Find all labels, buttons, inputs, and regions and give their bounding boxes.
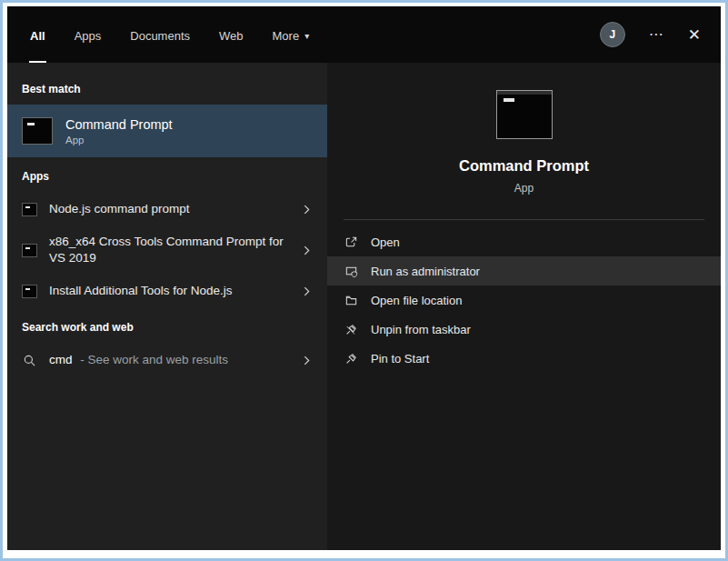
action-label: Open file location xyxy=(371,294,462,307)
search-body: Best match Command Prompt App Apps Node.… xyxy=(7,63,721,550)
tab-all[interactable]: All xyxy=(29,7,46,63)
chevron-right-icon[interactable] xyxy=(296,199,316,219)
best-match-header: Best match xyxy=(7,70,327,105)
results-column: Best match Command Prompt App Apps Node.… xyxy=(7,63,327,550)
tab-more[interactable]: More ▾ xyxy=(272,7,311,63)
search-window-frame: All Apps Documents Web More ▾ J ⋯ ✕ Best… xyxy=(0,0,728,561)
section-best-match: Best match Command Prompt App xyxy=(7,70,327,157)
more-options-icon[interactable]: ⋯ xyxy=(649,27,664,42)
best-match-text: Command Prompt App xyxy=(65,117,173,145)
search-work-web-header: Search work and web xyxy=(7,308,327,343)
preview-app-title: Command Prompt xyxy=(459,157,589,175)
result-title: Install Additional Tools for Node.js xyxy=(49,283,284,299)
result-x86-x64-cross-tools[interactable]: x86_x64 Cross Tools Command Prompt for V… xyxy=(7,226,327,274)
divider xyxy=(344,219,704,220)
detail-column: Command Prompt App Open xyxy=(327,63,721,550)
apps-header: Apps xyxy=(7,157,327,192)
topbar-controls: J ⋯ ✕ xyxy=(600,22,701,47)
command-prompt-icon xyxy=(22,244,37,257)
command-prompt-icon xyxy=(22,203,37,216)
windows-search-panel: All Apps Documents Web More ▾ J ⋯ ✕ Best… xyxy=(7,6,721,550)
chevron-right-icon[interactable] xyxy=(296,281,316,301)
action-list: Open Run as administrator Open file loca… xyxy=(327,227,721,373)
chevron-right-icon[interactable] xyxy=(296,240,316,260)
tab-more-label: More xyxy=(273,29,300,43)
action-open-file-location[interactable]: Open file location xyxy=(327,286,721,315)
app-preview: Command Prompt App xyxy=(327,63,721,195)
result-nodejs-command-prompt[interactable]: Node.js command prompt xyxy=(7,192,327,226)
result-web-search-cmd[interactable]: cmd - See work and web results xyxy=(7,343,327,377)
action-label: Pin to Start xyxy=(371,352,429,366)
action-label: Open xyxy=(371,235,400,249)
tab-documents[interactable]: Documents xyxy=(129,7,191,63)
run-as-admin-icon xyxy=(344,264,358,278)
result-subtitle: App xyxy=(65,135,173,145)
result-title: Command Prompt xyxy=(65,117,173,132)
section-apps: Apps Node.js command prompt x86_x64 Cros… xyxy=(7,157,327,308)
caret-down-icon: ▾ xyxy=(304,31,309,41)
action-open[interactable]: Open xyxy=(327,227,721,256)
tab-apps[interactable]: Apps xyxy=(74,7,103,63)
result-install-additional-tools[interactable]: Install Additional Tools for Node.js xyxy=(7,274,327,308)
action-label: Unpin from taskbar xyxy=(371,323,471,336)
pin-icon xyxy=(344,351,358,366)
open-icon xyxy=(344,235,358,249)
command-prompt-icon xyxy=(22,285,37,298)
action-unpin-from-taskbar[interactable]: Unpin from taskbar xyxy=(327,315,721,344)
user-avatar[interactable]: J xyxy=(600,22,625,47)
result-title: x86_x64 Cross Tools Command Prompt for V… xyxy=(49,234,284,266)
open-file-location-icon xyxy=(344,293,358,307)
action-pin-to-start[interactable]: Pin to Start xyxy=(327,344,721,373)
search-icon xyxy=(22,354,37,367)
result-title: Node.js command prompt xyxy=(49,201,284,217)
command-prompt-icon-large xyxy=(496,90,553,139)
section-search-work-and-web: Search work and web cmd - See work and w… xyxy=(7,308,327,377)
action-label: Run as administrator xyxy=(371,265,480,278)
search-filter-tabs: All Apps Documents Web More ▾ xyxy=(29,6,310,63)
search-query: cmd xyxy=(49,353,73,366)
preview-app-subtitle: App xyxy=(514,182,534,195)
close-icon[interactable]: ✕ xyxy=(688,27,701,43)
action-run-as-administrator[interactable]: Run as administrator xyxy=(327,256,721,286)
web-search-text: cmd - See work and web results xyxy=(49,352,284,368)
search-topbar: All Apps Documents Web More ▾ J ⋯ ✕ xyxy=(7,6,721,63)
tab-web[interactable]: Web xyxy=(218,7,244,63)
search-suffix: - See work and web results xyxy=(80,353,228,366)
command-prompt-icon xyxy=(22,117,53,145)
unpin-icon xyxy=(344,322,358,336)
best-match-result[interactable]: Command Prompt App xyxy=(7,105,327,157)
chevron-right-icon[interactable] xyxy=(296,350,316,370)
